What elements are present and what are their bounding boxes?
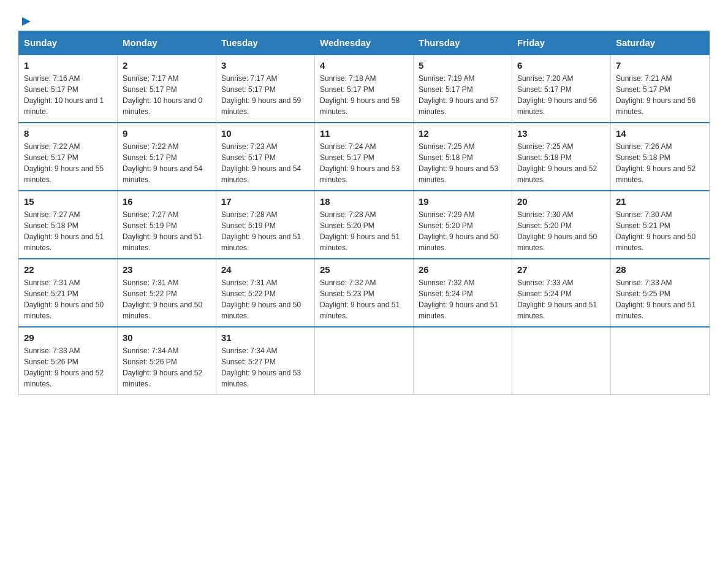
calendar-cell: 5 Sunrise: 7:19 AM Sunset: 5:17 PM Dayli… <box>414 55 512 123</box>
calendar-week-3: 15 Sunrise: 7:27 AM Sunset: 5:18 PM Dayl… <box>19 191 710 259</box>
day-info: Sunrise: 7:28 AM Sunset: 5:20 PM Dayligh… <box>320 209 408 253</box>
calendar-cell: 26 Sunrise: 7:32 AM Sunset: 5:24 PM Dayl… <box>414 259 512 327</box>
day-number: 4 <box>320 60 408 71</box>
day-number: 29 <box>24 332 112 343</box>
calendar-cell: 7 Sunrise: 7:21 AM Sunset: 5:17 PM Dayli… <box>611 55 710 123</box>
day-number: 23 <box>123 264 211 275</box>
day-number: 31 <box>221 332 309 343</box>
day-info: Sunrise: 7:23 AM Sunset: 5:17 PM Dayligh… <box>221 141 309 185</box>
calendar-week-1: 1 Sunrise: 7:16 AM Sunset: 5:17 PM Dayli… <box>19 55 710 123</box>
calendar-week-4: 22 Sunrise: 7:31 AM Sunset: 5:21 PM Dayl… <box>19 259 710 327</box>
day-info: Sunrise: 7:33 AM Sunset: 5:26 PM Dayligh… <box>24 345 112 389</box>
day-info: Sunrise: 7:25 AM Sunset: 5:18 PM Dayligh… <box>517 141 605 185</box>
day-number: 28 <box>616 264 704 275</box>
day-number: 14 <box>616 128 704 139</box>
header-tuesday: Tuesday <box>216 31 315 55</box>
day-info: Sunrise: 7:30 AM Sunset: 5:21 PM Dayligh… <box>616 209 704 253</box>
day-info: Sunrise: 7:33 AM Sunset: 5:25 PM Dayligh… <box>616 277 704 321</box>
day-number: 17 <box>221 196 309 207</box>
day-number: 12 <box>419 128 507 139</box>
day-info: Sunrise: 7:27 AM Sunset: 5:18 PM Dayligh… <box>24 209 112 253</box>
day-number: 2 <box>123 60 211 71</box>
calendar-cell: 23 Sunrise: 7:31 AM Sunset: 5:22 PM Dayl… <box>118 259 216 327</box>
day-info: Sunrise: 7:22 AM Sunset: 5:17 PM Dayligh… <box>24 141 112 185</box>
calendar-cell: 13 Sunrise: 7:25 AM Sunset: 5:18 PM Dayl… <box>512 123 611 191</box>
calendar-cell: 12 Sunrise: 7:25 AM Sunset: 5:18 PM Dayl… <box>414 123 512 191</box>
header-monday: Monday <box>118 31 216 55</box>
day-number: 6 <box>517 60 605 71</box>
header-wednesday: Wednesday <box>315 31 414 55</box>
day-number: 8 <box>24 128 112 139</box>
header-row: SundayMondayTuesdayWednesdayThursdayFrid… <box>19 31 710 55</box>
logo <box>18 12 33 25</box>
calendar-week-2: 8 Sunrise: 7:22 AM Sunset: 5:17 PM Dayli… <box>19 123 710 191</box>
day-info: Sunrise: 7:31 AM Sunset: 5:21 PM Dayligh… <box>24 277 112 321</box>
day-info: Sunrise: 7:16 AM Sunset: 5:17 PM Dayligh… <box>24 73 112 117</box>
day-number: 1 <box>24 60 112 71</box>
day-number: 21 <box>616 196 704 207</box>
calendar-cell: 10 Sunrise: 7:23 AM Sunset: 5:17 PM Dayl… <box>216 123 315 191</box>
day-number: 3 <box>221 60 309 71</box>
day-number: 22 <box>24 264 112 275</box>
day-info: Sunrise: 7:31 AM Sunset: 5:22 PM Dayligh… <box>123 277 211 321</box>
calendar-cell: 22 Sunrise: 7:31 AM Sunset: 5:21 PM Dayl… <box>19 259 118 327</box>
day-number: 25 <box>320 264 408 275</box>
calendar-cell: 27 Sunrise: 7:33 AM Sunset: 5:24 PM Dayl… <box>512 259 611 327</box>
day-number: 13 <box>517 128 605 139</box>
day-info: Sunrise: 7:17 AM Sunset: 5:17 PM Dayligh… <box>123 73 211 117</box>
calendar-body: 1 Sunrise: 7:16 AM Sunset: 5:17 PM Dayli… <box>19 55 710 395</box>
day-info: Sunrise: 7:21 AM Sunset: 5:17 PM Dayligh… <box>616 73 704 117</box>
calendar-cell: 4 Sunrise: 7:18 AM Sunset: 5:17 PM Dayli… <box>315 55 414 123</box>
day-info: Sunrise: 7:33 AM Sunset: 5:24 PM Dayligh… <box>517 277 605 321</box>
day-info: Sunrise: 7:30 AM Sunset: 5:20 PM Dayligh… <box>517 209 605 253</box>
day-number: 9 <box>123 128 211 139</box>
calendar-cell: 30 Sunrise: 7:34 AM Sunset: 5:26 PM Dayl… <box>118 327 216 395</box>
calendar-cell <box>414 327 512 395</box>
day-info: Sunrise: 7:26 AM Sunset: 5:18 PM Dayligh… <box>616 141 704 185</box>
header-friday: Friday <box>512 31 611 55</box>
calendar-header: SundayMondayTuesdayWednesdayThursdayFrid… <box>19 31 710 55</box>
header-saturday: Saturday <box>611 31 710 55</box>
calendar-cell: 18 Sunrise: 7:28 AM Sunset: 5:20 PM Dayl… <box>315 191 414 259</box>
day-info: Sunrise: 7:17 AM Sunset: 5:17 PM Dayligh… <box>221 73 309 117</box>
header-sunday: Sunday <box>19 31 118 55</box>
calendar-cell <box>315 327 414 395</box>
day-info: Sunrise: 7:18 AM Sunset: 5:17 PM Dayligh… <box>320 73 408 117</box>
day-info: Sunrise: 7:29 AM Sunset: 5:20 PM Dayligh… <box>419 209 507 253</box>
calendar-cell <box>512 327 611 395</box>
day-info: Sunrise: 7:24 AM Sunset: 5:17 PM Dayligh… <box>320 141 408 185</box>
calendar-cell: 29 Sunrise: 7:33 AM Sunset: 5:26 PM Dayl… <box>19 327 118 395</box>
calendar-cell: 28 Sunrise: 7:33 AM Sunset: 5:25 PM Dayl… <box>611 259 710 327</box>
day-number: 16 <box>123 196 211 207</box>
calendar-cell: 17 Sunrise: 7:28 AM Sunset: 5:19 PM Dayl… <box>216 191 315 259</box>
calendar-cell <box>611 327 710 395</box>
day-info: Sunrise: 7:34 AM Sunset: 5:26 PM Dayligh… <box>123 345 211 389</box>
calendar-table: SundayMondayTuesdayWednesdayThursdayFrid… <box>18 31 710 395</box>
calendar-week-5: 29 Sunrise: 7:33 AM Sunset: 5:26 PM Dayl… <box>19 327 710 395</box>
day-info: Sunrise: 7:32 AM Sunset: 5:23 PM Dayligh… <box>320 277 408 321</box>
day-number: 24 <box>221 264 309 275</box>
day-info: Sunrise: 7:31 AM Sunset: 5:22 PM Dayligh… <box>221 277 309 321</box>
calendar-cell: 20 Sunrise: 7:30 AM Sunset: 5:20 PM Dayl… <box>512 191 611 259</box>
calendar-cell: 19 Sunrise: 7:29 AM Sunset: 5:20 PM Dayl… <box>414 191 512 259</box>
day-number: 26 <box>419 264 507 275</box>
calendar-cell: 2 Sunrise: 7:17 AM Sunset: 5:17 PM Dayli… <box>118 55 216 123</box>
calendar-cell: 25 Sunrise: 7:32 AM Sunset: 5:23 PM Dayl… <box>315 259 414 327</box>
day-info: Sunrise: 7:32 AM Sunset: 5:24 PM Dayligh… <box>419 277 507 321</box>
day-info: Sunrise: 7:34 AM Sunset: 5:27 PM Dayligh… <box>221 345 309 389</box>
calendar-cell: 21 Sunrise: 7:30 AM Sunset: 5:21 PM Dayl… <box>611 191 710 259</box>
day-number: 11 <box>320 128 408 139</box>
calendar-cell: 8 Sunrise: 7:22 AM Sunset: 5:17 PM Dayli… <box>19 123 118 191</box>
day-number: 27 <box>517 264 605 275</box>
day-number: 30 <box>123 332 211 343</box>
day-number: 19 <box>419 196 507 207</box>
day-number: 10 <box>221 128 309 139</box>
calendar-cell: 31 Sunrise: 7:34 AM Sunset: 5:27 PM Dayl… <box>216 327 315 395</box>
day-info: Sunrise: 7:22 AM Sunset: 5:17 PM Dayligh… <box>123 141 211 185</box>
day-info: Sunrise: 7:28 AM Sunset: 5:19 PM Dayligh… <box>221 209 309 253</box>
calendar-cell: 9 Sunrise: 7:22 AM Sunset: 5:17 PM Dayli… <box>118 123 216 191</box>
calendar-cell: 24 Sunrise: 7:31 AM Sunset: 5:22 PM Dayl… <box>216 259 315 327</box>
calendar-cell: 15 Sunrise: 7:27 AM Sunset: 5:18 PM Dayl… <box>19 191 118 259</box>
calendar-cell: 16 Sunrise: 7:27 AM Sunset: 5:19 PM Dayl… <box>118 191 216 259</box>
calendar-cell: 14 Sunrise: 7:26 AM Sunset: 5:18 PM Dayl… <box>611 123 710 191</box>
